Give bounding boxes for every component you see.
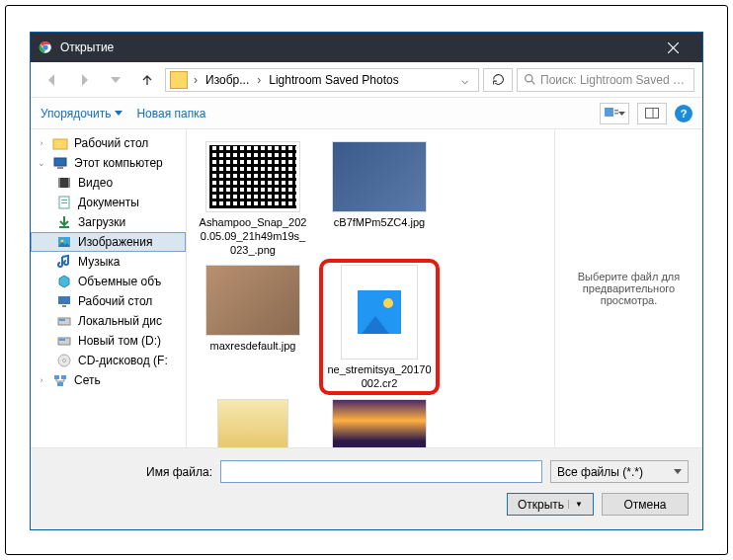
filename-input[interactable]	[220, 460, 542, 483]
images-icon	[56, 234, 72, 250]
forward-button[interactable]	[70, 67, 98, 93]
tree-item-images[interactable]: Изображения	[31, 232, 186, 252]
tree-item-network[interactable]: ›Сеть	[31, 370, 186, 390]
files-area: Ashampoo_Snap_2020.05.09_21h49m19s_023_.…	[187, 129, 702, 447]
pc-icon	[52, 155, 68, 171]
svg-rect-12	[54, 158, 66, 166]
file-grid[interactable]: Ashampoo_Snap_2020.05.09_21h49m19s_023_.…	[187, 129, 554, 447]
close-icon	[668, 42, 679, 53]
tree-item-disk[interactable]: Новый том (D:)	[31, 331, 186, 351]
chevron-down-icon	[674, 469, 682, 474]
view-icon	[605, 108, 618, 120]
refresh-button[interactable]	[483, 68, 513, 92]
cancel-button[interactable]: Отмена	[602, 493, 689, 516]
cd-icon	[56, 353, 72, 368]
tree-item-video[interactable]: Видео	[31, 173, 186, 193]
file-label: Ashampoo_Snap_2020.05.09_21h49m19s_023_.…	[199, 216, 307, 257]
chevron-right-icon: ›	[190, 73, 202, 87]
view-options-button[interactable]	[600, 103, 629, 124]
file-item[interactable]: ne_stremitsya_20170002.cr2	[325, 265, 434, 391]
file-item[interactable]: wp3102483.jpg	[325, 399, 434, 447]
folder-tree[interactable]: ›Рабочий стол⌄Этот компьютерВидеоДокумен…	[31, 129, 187, 447]
music-icon	[56, 254, 72, 270]
breadcrumb-dropdown[interactable]: ⌵	[455, 73, 474, 87]
close-button[interactable]	[651, 33, 694, 62]
file-label: cB7fMPm5ZC4.jpg	[334, 216, 425, 230]
svg-rect-15	[58, 178, 60, 188]
preview-pane-button[interactable]	[637, 103, 667, 124]
docs-icon	[56, 195, 72, 210]
file-item[interactable]: maxresdefault.jpg	[199, 265, 307, 391]
dialog-body: ›Рабочий стол⌄Этот компьютерВидеоДокумен…	[31, 129, 702, 447]
video-icon	[56, 175, 72, 191]
toolbar: Упорядочить Новая папка ?	[31, 98, 702, 129]
downloads-icon	[56, 214, 72, 230]
search-icon	[524, 73, 536, 86]
svg-rect-9	[646, 109, 659, 119]
breadcrumb[interactable]: › Изобр... › Lightroom Saved Photos ⌵	[165, 68, 479, 92]
preview-text: Выберите файл для предварительного просм…	[565, 271, 692, 306]
back-button[interactable]	[39, 67, 66, 93]
tree-item-downloads[interactable]: Загрузки	[31, 212, 186, 232]
svg-line-5	[531, 81, 534, 84]
svg-rect-26	[59, 319, 65, 321]
window-title: Открытие	[60, 40, 651, 54]
search-placeholder: Поиск: Lightroom Saved Ph...	[540, 73, 688, 87]
file-item[interactable]: orig.jpg	[199, 399, 307, 447]
folder-icon	[170, 71, 188, 89]
svg-rect-23	[58, 296, 70, 304]
breadcrumb-parent[interactable]: Изобр...	[202, 73, 253, 87]
svg-rect-20	[59, 226, 69, 228]
tree-item-folder[interactable]: ›Рабочий стол	[31, 133, 186, 153]
chevron-right-icon: ›	[253, 73, 265, 87]
tree-item-desktop[interactable]: Рабочий стол	[31, 291, 186, 311]
svg-point-1	[42, 44, 47, 49]
preview-pane: Выберите файл для предварительного просм…	[554, 129, 702, 447]
file-label: maxresdefault.jpg	[210, 340, 296, 354]
disk-icon	[56, 313, 72, 329]
disk-icon	[56, 333, 72, 349]
search-input[interactable]: Поиск: Lightroom Saved Ph...	[517, 68, 694, 92]
file-label: ne_stremitsya_20170002.cr2	[325, 363, 434, 391]
file-item[interactable]: cB7fMPm5ZC4.jpg	[325, 141, 434, 257]
tree-item-3d[interactable]: Объемные объ	[31, 272, 186, 291]
file-item[interactable]: Ashampoo_Snap_2020.05.09_21h49m19s_023_.…	[199, 141, 307, 257]
network-icon	[52, 372, 68, 388]
filetype-select[interactable]: Все файлы (*.*)	[550, 460, 689, 483]
open-button[interactable]: Открыть ▼	[507, 493, 594, 516]
svg-rect-6	[605, 108, 613, 117]
svg-point-30	[63, 360, 66, 362]
svg-rect-24	[62, 305, 66, 307]
tree-item-disk[interactable]: Локальный дис	[31, 311, 186, 331]
preview-pane-icon	[645, 108, 659, 119]
svg-point-4	[526, 75, 532, 82]
svg-rect-31	[54, 375, 59, 379]
tree-item-cd[interactable]: CD-дисковод (F:	[31, 351, 186, 370]
open-file-dialog: Открытие › Изобр... › Lightroom Saved Ph…	[30, 32, 703, 530]
svg-rect-33	[57, 382, 63, 386]
titlebar: Открытие	[31, 33, 702, 62]
svg-rect-16	[68, 178, 70, 188]
folder-icon	[52, 135, 68, 151]
tree-item-music[interactable]: Музыка	[31, 252, 186, 272]
desktop-icon	[56, 293, 72, 309]
3d-icon	[56, 274, 72, 289]
recent-dropdown[interactable]	[102, 67, 129, 93]
navbar: › Изобр... › Lightroom Saved Photos ⌵ По…	[31, 62, 702, 98]
footer: Имя файла: Все файлы (*.*) Открыть ▼ Отм…	[31, 447, 702, 529]
svg-rect-13	[57, 167, 63, 169]
breadcrumb-current[interactable]: Lightroom Saved Photos	[265, 73, 402, 87]
tree-item-pc[interactable]: ⌄Этот компьютер	[31, 153, 186, 173]
filename-label: Имя файла:	[44, 465, 212, 479]
svg-rect-32	[61, 375, 66, 379]
svg-rect-19	[61, 202, 67, 203]
svg-rect-28	[59, 339, 65, 341]
chrome-icon	[39, 40, 52, 54]
svg-rect-11	[53, 139, 67, 149]
new-folder-button[interactable]: Новая папка	[136, 107, 205, 120]
svg-rect-18	[61, 200, 67, 200]
up-button[interactable]	[133, 67, 161, 93]
help-button[interactable]: ?	[675, 105, 692, 122]
tree-item-docs[interactable]: Документы	[31, 193, 186, 212]
organize-menu[interactable]: Упорядочить	[41, 107, 122, 120]
